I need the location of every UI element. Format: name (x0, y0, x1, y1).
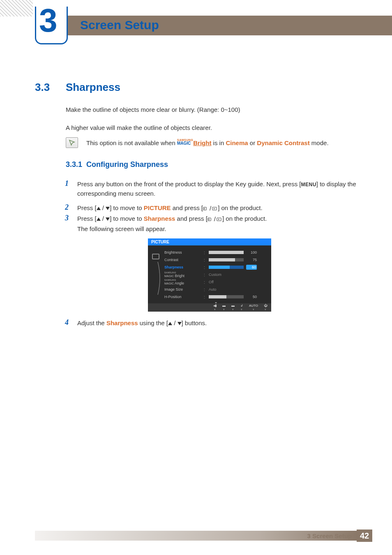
note-icon (66, 137, 78, 148)
osd-minus-icon: ▬▾ (222, 304, 226, 311)
osd-footer: ◂▮▾ ▬▾ ▬▾ ↲▾ AUTO▾ ⏻▾ (148, 303, 271, 312)
note-text: This option is not available when SAMSUN… (86, 139, 329, 146)
osd-row-contrast: Contrast: 75 (164, 256, 267, 264)
osd-row-image-size: Image Size: Auto (164, 286, 267, 293)
osd-brightness-fill (209, 251, 244, 254)
up-arrow-icon (97, 217, 101, 221)
osd-row-magic-angle: SAMSUNGMAGIC Angle: Off (164, 278, 267, 286)
step-3-followup: The following screen will appear. (77, 225, 359, 232)
decorative-stripes (0, 0, 33, 16)
down-arrow-icon (178, 322, 182, 325)
osd-screenshot: PICTURE Brightness: 100 Contrast: 75 Sha… (148, 238, 271, 312)
intro-paragraph-2: A higher value will make the outline of … (66, 123, 359, 132)
down-arrow-icon (106, 217, 110, 221)
enter-icon: / (203, 204, 218, 213)
chapter-title: Screen Setup (80, 18, 159, 32)
section-number: 3.3 (35, 81, 50, 94)
step-2: 2 Press [ / ] to move to PICTURE and pre… (66, 203, 359, 213)
down-arrow-icon (106, 207, 110, 210)
enter-icon: / (208, 214, 222, 224)
osd-power-icon: ⏻▾ (264, 304, 267, 311)
bright-link[interactable]: Bright (193, 139, 211, 146)
osd-back-icon: ◂▮▾ (213, 304, 217, 311)
osd-curve-icon (156, 262, 163, 295)
osd-row-sharpness: Sharpness: 60 (164, 264, 267, 271)
page-footer: 3 Screen Setup 42 (35, 530, 372, 542)
osd-row-hposition: H-Position: 50 (164, 293, 267, 301)
note-row: This option is not available when SAMSUN… (66, 137, 359, 148)
footer-label: 3 Screen Setup (307, 532, 352, 539)
menu-key: MENU (301, 182, 316, 187)
osd-row-magic-bright: SAMSUNGMAGIC Bright: Custom (164, 271, 267, 278)
intro-paragraph-1: Make the outline of objects more clear o… (66, 105, 359, 114)
osd-auto-label: AUTO▾ (249, 304, 258, 311)
section-title: Sharpness (66, 81, 120, 94)
samsung-magic-label: SAMSUNGMAGIC (177, 139, 193, 145)
up-arrow-icon (97, 207, 101, 210)
step-4: 4 Adjust the Sharpness using the [ / ] b… (66, 318, 359, 328)
osd-row-brightness: Brightness: 100 (164, 249, 267, 256)
up-arrow-icon (168, 322, 172, 325)
osd-enter-icon: ↲▾ (240, 304, 243, 311)
subsection-heading: 3.3.1 Configuring Sharpness (66, 160, 168, 169)
page-number: 42 (357, 530, 372, 542)
osd-header: PICTURE (148, 238, 271, 245)
chapter-number: 3 (39, 4, 58, 37)
osd-picture-icon (152, 254, 159, 259)
step-1: 1 Press any button on the front of the p… (66, 179, 359, 199)
step-3: 3 Press [ / ] to move to Sharpness and p… (66, 214, 359, 224)
osd-plus-icon: ▬▾ (231, 304, 235, 311)
